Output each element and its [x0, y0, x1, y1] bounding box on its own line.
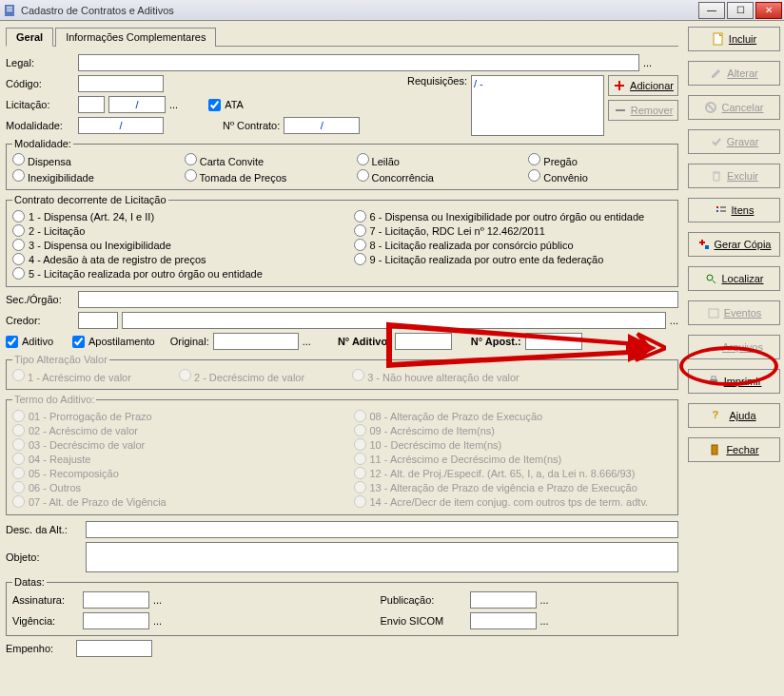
contrato-licitacao-fieldset: Contrato decorrente de Licitação 1 - Dis…	[6, 194, 678, 287]
alterar-button[interactable]: Alterar	[688, 61, 780, 86]
assinatura-input[interactable]	[83, 591, 149, 609]
modalidade-legend: Modalidade:	[12, 138, 73, 149]
ata-checkbox-label[interactable]: ATA	[208, 99, 244, 111]
radio-convenio[interactable]: Convênio	[528, 169, 672, 184]
licitacao-ellipsis[interactable]: ...	[169, 99, 178, 110]
n-contrato-input[interactable]	[284, 117, 360, 134]
radio-cl-7[interactable]: 7 - Licitação, RDC Lei nº 12.462/2011	[354, 223, 673, 238]
objeto-textarea[interactable]	[86, 542, 678, 572]
desc-alt-input[interactable]	[86, 521, 678, 538]
vigencia-ellipsis[interactable]: ...	[153, 615, 162, 627]
eventos-button[interactable]: Eventos	[688, 300, 780, 325]
tab-bar: Geral Informações Complementares	[6, 27, 678, 47]
incluir-button[interactable]: Incluir	[688, 27, 780, 51]
folder-icon	[705, 340, 718, 354]
radio-ta-09: 09 - Acréscimo de Item(ns)	[354, 423, 673, 437]
datas-fieldset: Datas: Assinatura: ... Publicação: ... V…	[6, 576, 678, 636]
gravar-button[interactable]: Gravar	[688, 129, 780, 154]
radio-ta-03: 03 - Decréscimo de valor	[12, 437, 331, 452]
trash-icon	[710, 169, 723, 183]
radio-cl-1[interactable]: 1 - Dispensa (Art. 24, I e II)	[12, 209, 331, 223]
minimize-button[interactable]: —	[698, 2, 725, 19]
radio-ta-11: 11 - Acréscimo e Decréscimo de Item(ns)	[354, 452, 673, 466]
radio-cl-4[interactable]: 4 - Adesão à ata de registro de preços	[12, 252, 331, 266]
arquivos-button[interactable]: Arquivos	[688, 335, 780, 359]
imprimir-button[interactable]: Imprimir	[688, 369, 780, 394]
tab-info-complementares[interactable]: Informações Complementares	[55, 28, 216, 47]
cancelar-button[interactable]: Cancelar	[688, 95, 780, 120]
gerar-copia-button[interactable]: Gerar Cópia	[688, 232, 780, 257]
radio-leilao[interactable]: Leilão	[357, 153, 500, 167]
vigencia-input[interactable]	[83, 612, 149, 629]
tipo-alteracao-legend: Tipo Alteração Valor	[12, 354, 109, 365]
envio-sicom-ellipsis[interactable]: ...	[540, 615, 549, 627]
n-aditivo-input[interactable]	[395, 333, 452, 350]
list-icon	[715, 203, 728, 217]
radio-dispensa[interactable]: Dispensa	[12, 153, 156, 167]
requisicoes-list[interactable]: / -	[471, 75, 604, 136]
radio-tav-3: 3 - Não houve alteração de valor	[352, 369, 519, 383]
radio-cl-2[interactable]: 2 - Licitação	[12, 223, 331, 238]
modalidade-input[interactable]	[78, 117, 164, 134]
empenho-input[interactable]	[76, 640, 152, 657]
radio-concorrencia[interactable]: Concorrência	[357, 169, 500, 184]
assinatura-ellipsis[interactable]: ...	[153, 594, 162, 606]
ata-checkbox[interactable]	[208, 99, 221, 111]
legal-label: Legal:	[6, 57, 74, 68]
localizar-button[interactable]: Localizar	[688, 266, 780, 291]
datas-legend: Datas:	[12, 576, 47, 588]
licitacao-input-2[interactable]	[108, 96, 166, 113]
sec-orgao-input[interactable]	[78, 291, 678, 308]
maximize-button[interactable]: ☐	[727, 2, 754, 19]
n-apost-input[interactable]	[525, 333, 582, 350]
credor-code-input[interactable]	[78, 312, 118, 329]
itens-button[interactable]: Itens	[688, 198, 780, 222]
radio-ta-08: 08 - Alteração de Prazo de Execução	[354, 409, 673, 423]
remover-button[interactable]: Remover	[608, 100, 678, 121]
radio-ta-13: 13 - Alteração de Prazo de vigência e Pr…	[354, 480, 673, 494]
legal-input[interactable]	[78, 54, 639, 71]
desc-alt-label: Desc. da Alt.:	[6, 524, 82, 535]
radio-cl-3[interactable]: 3 - Dispensa ou Inexigibilidade	[12, 238, 331, 252]
envio-sicom-label: Envio SICOM	[381, 615, 466, 627]
aditivo-checkbox[interactable]	[6, 336, 18, 348]
radio-inexigibilidade[interactable]: Inexigibilidade	[12, 169, 156, 184]
original-input[interactable]	[213, 333, 299, 350]
apostilamento-checkbox-label[interactable]: Apostilamento	[72, 336, 155, 348]
window-title: Cadastro de Contratos e Aditivos	[21, 5, 698, 16]
apostilamento-checkbox[interactable]	[72, 336, 85, 348]
radio-cl-8[interactable]: 8 - Licitação realizada por consórcio pú…	[354, 238, 673, 252]
fechar-button[interactable]: Fechar	[688, 437, 780, 462]
credor-ellipsis[interactable]: ...	[670, 315, 678, 326]
aditivo-checkbox-label[interactable]: Aditivo	[6, 336, 53, 348]
ajuda-button[interactable]: ?Ajuda	[688, 403, 780, 428]
tab-geral[interactable]: Geral	[6, 28, 53, 47]
radio-carta-convite[interactable]: Carta Convite	[185, 153, 328, 167]
excluir-button[interactable]: Excluir	[688, 164, 780, 188]
svg-rect-3	[716, 210, 718, 212]
svg-rect-5	[720, 210, 726, 212]
publicacao-input[interactable]	[470, 591, 537, 609]
radio-cl-9[interactable]: 9 - Licitação realizada por outro ente d…	[354, 252, 673, 266]
radio-tomada-precos[interactable]: Tomada de Preços	[185, 169, 328, 184]
close-button[interactable]: ✕	[755, 2, 782, 19]
radio-tav-1: 1 - Acréscimo de valor	[12, 369, 131, 383]
licitacao-input-1[interactable]	[78, 96, 105, 113]
radio-cl-6[interactable]: 6 - Dispensa ou Inexigibilidade por outr…	[354, 209, 673, 223]
calendar-icon	[707, 306, 720, 319]
svg-point-7	[707, 275, 713, 280]
svg-rect-9	[710, 379, 717, 384]
adicionar-button[interactable]: Adicionar	[608, 75, 678, 96]
publicacao-ellipsis[interactable]: ...	[540, 594, 549, 606]
legal-ellipsis[interactable]: ...	[643, 57, 652, 68]
empenho-label: Empenho:	[6, 643, 72, 654]
envio-sicom-input[interactable]	[470, 612, 537, 629]
svg-rect-4	[720, 206, 726, 208]
contrato-licitacao-legend: Contrato decorrente de Licitação	[12, 194, 168, 205]
radio-cl-5[interactable]: 5 - Licitação realizada por outro órgão …	[12, 266, 331, 280]
radio-pregao[interactable]: Pregão	[528, 153, 672, 167]
codigo-input[interactable]	[78, 75, 164, 92]
sec-orgao-label: Sec./Órgão:	[6, 294, 74, 305]
original-ellipsis[interactable]: ...	[303, 336, 311, 347]
credor-name-input[interactable]	[122, 312, 666, 329]
